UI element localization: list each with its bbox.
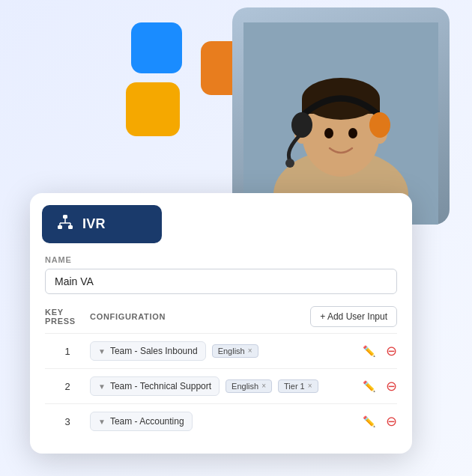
- svg-rect-13: [63, 215, 67, 219]
- col-config-header: CONFIGURATION: [90, 312, 310, 321]
- table-row: 1 ▼ Team - Sales Inbound English × ✏️: [45, 333, 397, 368]
- row-number-1: 1: [45, 346, 90, 357]
- ivr-title: IVR: [82, 216, 106, 232]
- row-actions-3: ✏️ ⊖: [360, 412, 397, 430]
- remove-icon-1[interactable]: ⊖: [386, 343, 397, 359]
- table-row: 3 ▼ Team - Accounting ✏️ ⊖: [45, 403, 397, 439]
- row-actions-1: ✏️ ⊖: [360, 342, 397, 360]
- person-photo: [232, 7, 450, 225]
- tag-english-2: English ×: [226, 379, 272, 393]
- edit-icon-1[interactable]: ✏️: [360, 342, 378, 360]
- row-number-3: 3: [45, 416, 90, 427]
- deco-yellow-square: [126, 82, 180, 136]
- row-team-3: ▼ Team - Accounting: [90, 412, 354, 431]
- chevron-down-icon: ▼: [98, 418, 106, 426]
- svg-point-11: [369, 112, 390, 138]
- remove-icon-2[interactable]: ⊖: [386, 378, 397, 394]
- table-header: KEY PRESS CONFIGURATION + Add User Input: [45, 306, 397, 327]
- name-label: NAME: [45, 255, 397, 264]
- edit-icon-2[interactable]: ✏️: [360, 377, 378, 395]
- deco-blue-square: [131, 22, 182, 73]
- remove-icon-3[interactable]: ⊖: [386, 413, 397, 430]
- row-team-2: ▼ Team - Technical Support English × Tie…: [90, 376, 354, 396]
- row-actions-2: ✏️ ⊖: [360, 377, 397, 395]
- team-name-3: Team - Accounting: [110, 416, 184, 427]
- row-number-2: 2: [45, 381, 90, 392]
- svg-point-12: [285, 159, 294, 168]
- svg-rect-15: [68, 225, 73, 229]
- row-team-1: ▼ Team - Sales Inbound English ×: [90, 341, 354, 361]
- svg-point-8: [324, 128, 333, 138]
- tag-tier1-2: Tier 1 ×: [278, 379, 318, 393]
- ivr-card: IVR NAME KEY PRESS CONFIGURATION + Add U…: [30, 193, 412, 454]
- team-name-2: Team - Technical Support: [110, 381, 211, 391]
- network-icon: [57, 214, 73, 234]
- edit-icon-3[interactable]: ✏️: [360, 412, 378, 430]
- chevron-down-icon: ▼: [98, 347, 106, 356]
- background: IVR NAME KEY PRESS CONFIGURATION + Add U…: [0, 0, 472, 476]
- team-select-1[interactable]: ▼ Team - Sales Inbound: [90, 341, 206, 361]
- chevron-down-icon: ▼: [98, 382, 106, 391]
- table-rows: 1 ▼ Team - Sales Inbound English × ✏️: [45, 333, 397, 439]
- tag-close-icon[interactable]: ×: [248, 347, 252, 355]
- add-user-input-label: + Add User Input: [320, 311, 387, 322]
- add-user-input-button[interactable]: + Add User Input: [310, 306, 397, 327]
- team-select-3[interactable]: ▼ Team - Accounting: [90, 412, 193, 431]
- ivr-header-badge: IVR: [42, 205, 162, 243]
- svg-point-9: [348, 128, 357, 138]
- table-row: 2 ▼ Team - Technical Support English × T…: [45, 368, 397, 403]
- svg-rect-14: [58, 225, 62, 229]
- name-input[interactable]: [45, 269, 397, 294]
- tag-english-1: English ×: [212, 344, 258, 358]
- ivr-body: NAME KEY PRESS CONFIGURATION + Add User …: [30, 243, 412, 454]
- tag-close-icon[interactable]: ×: [261, 382, 266, 390]
- col-keypress-header: KEY PRESS: [45, 308, 90, 326]
- team-select-2[interactable]: ▼ Team - Technical Support: [90, 376, 220, 396]
- team-name-1: Team - Sales Inbound: [110, 346, 198, 356]
- tag-close-icon[interactable]: ×: [308, 382, 312, 390]
